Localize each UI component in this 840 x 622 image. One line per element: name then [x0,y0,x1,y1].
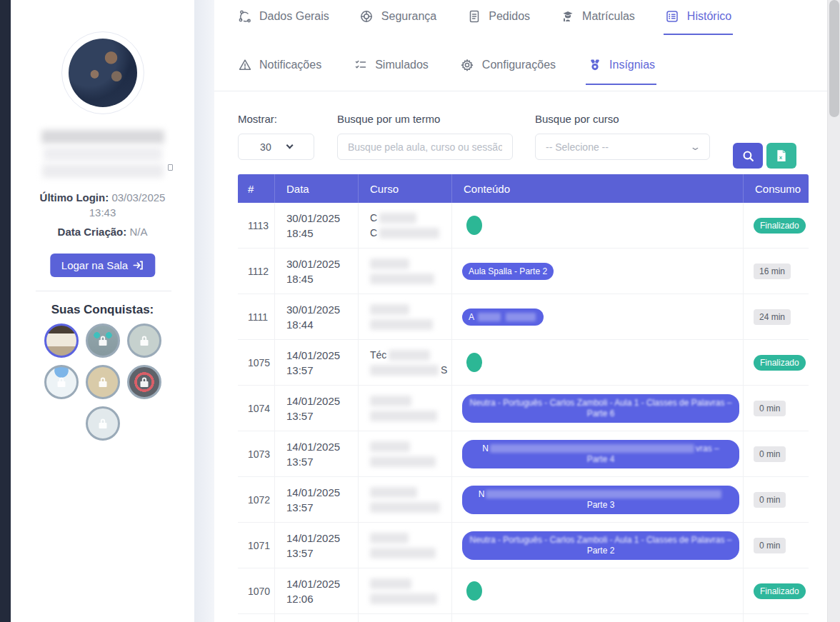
term-search-input[interactable] [337,134,513,160]
copy-icon[interactable] [168,164,173,171]
table-row[interactable]: 107414/01/202513:57Neutra - Português - … [238,386,809,431]
redacted-block [370,502,440,513]
table-row[interactable] [238,614,809,622]
export-excel-button[interactable]: x [766,143,796,169]
search-button[interactable] [733,143,763,169]
tab-notificacoes[interactable]: Notificações [237,57,321,85]
lesson-badge[interactable]: Nvras –Parte 4 [462,440,739,468]
cell-content: Aula Spalla - Parte 2 [452,249,744,294]
achievement-1[interactable] [44,323,79,358]
cell-content: Nvras –Parte 4 [452,431,744,476]
course-redacted-line [370,456,451,468]
lesson-badge[interactable]: Neutra - Português - Carlos Zamboli - Au… [462,394,739,423]
tab-seguranca[interactable]: Segurança [359,9,436,35]
completed-dot [466,216,482,235]
table-row[interactable]: 107214/01/202513:57NParte 30 min [238,477,809,523]
layout-gap [194,0,214,622]
course-select[interactable]: -- Selecione -- ⌄ [535,134,710,160]
table-row[interactable]: 107514/01/202513:57TécSFinalizado [238,340,809,386]
user-name-redacted [39,130,167,181]
tab-label: Segurança [381,10,436,23]
date-value: 30/01/2025 [286,211,358,226]
login-room-button[interactable]: Logar na Sala [50,254,155,277]
time-value: 13:57 [286,546,358,561]
tab-simulados[interactable]: Simulados [353,57,429,85]
page-scrollbar[interactable] [827,0,840,622]
time-value: 18:45 [286,271,358,286]
table-row[interactable]: 107114/01/202513:57Neutra - Português - … [238,523,809,568]
redacted-block [389,350,430,361]
tab-pedidos[interactable]: Pedidos [466,9,530,35]
achievement-5[interactable] [86,365,120,399]
search-icon [742,150,754,162]
lesson-badge-text: Neutra - Português - Carlos Zamboli - Au… [470,535,732,545]
redacted-info-line [44,147,162,161]
lock-icon [96,333,110,348]
lesson-badge-line2: Parte 3 [587,500,615,511]
lesson-badge[interactable]: Aula Spalla - Parte 2 [462,263,554,280]
course-redacted-line: S [370,364,451,376]
graduate-icon [560,9,575,24]
achievement-3[interactable] [127,323,161,358]
table-row[interactable]: 107314/01/202513:57Nvras –Parte 40 min [238,431,809,477]
lesson-badge-text: A [469,312,474,322]
achievement-2[interactable] [86,323,120,358]
lesson-badge[interactable]: Neutra - Português - Carlos Zamboli - Au… [462,531,739,560]
table-row[interactable]: 111130/01/202518:44A24 min [238,294,809,340]
column-header-curso: Curso [359,174,452,203]
date-value: 14/01/2025 [286,576,358,591]
redacted-block [370,259,409,269]
cell-date: 30/01/202518:44 [275,294,359,339]
lesson-badge[interactable]: NParte 3 [462,486,739,514]
creation-label: Data Criação: [58,226,127,238]
tab-configuracoes[interactable]: Configurações [460,57,556,85]
course-label: Busque por curso [535,113,619,125]
page-size-select[interactable]: 30 [238,134,314,160]
cell-consumption: 24 min [744,294,809,339]
redacted-block [370,411,437,421]
course-redacted-line [370,441,451,453]
share-nodes-icon [237,9,252,24]
tab-historico[interactable]: Histórico [665,9,731,35]
last-login-line: Último Login: 03/03/2025 [11,190,194,205]
lesson-badge-line1: Nvras – [482,443,719,454]
table-row[interactable]: 107014/01/202512:06Finalizado [238,568,809,614]
tab-matriculas[interactable]: Matrículas [560,9,635,35]
lesson-badge[interactable]: A [462,309,544,326]
cell-content: A [452,294,744,339]
lesson-badge-line2: Parte 4 [587,454,615,465]
cell-consumption: Finalizado [744,568,809,613]
app-nav-strip [0,0,11,622]
cell-date: 30/01/202518:45 [275,203,359,248]
achievement-7[interactable] [86,406,120,441]
tab-label: Pedidos [489,10,530,23]
completed-dot [466,581,482,601]
course-redacted-line [370,547,451,559]
cell-id: 1070 [238,568,275,613]
cell-course [359,386,452,431]
cell-date: 14/01/202513:57 [275,431,359,476]
cell-id: 1072 [238,477,275,522]
creation-value: N/A [129,226,147,238]
status-badge: Finalizado [754,218,806,234]
tab-dados-gerais[interactable]: Dados Gerais [237,9,329,35]
profile-sidebar: Último Login: 03/03/2025 13:43 Data Cria… [11,0,194,622]
course-redacted-line [370,395,451,407]
cell-course: TécS [359,340,452,385]
redacted-block [370,533,409,543]
chevron-down-icon [286,142,293,149]
cell-content [452,614,744,622]
primary-tabs: Dados GeraisSegurançaPedidosMatrículasHi… [237,9,731,35]
achievement-4[interactable] [44,365,79,399]
time-value: 18:45 [286,226,358,241]
table-row[interactable]: 111230/01/202518:45Aula Spalla - Parte 2… [238,249,809,294]
lesson-badge-line1: Neutra - Português - Carlos Zamboli - Au… [470,535,732,546]
table-row[interactable]: 111330/01/202518:45CCFinalizado [238,203,809,249]
redacted-email-line [42,164,164,178]
course-redacted-line [370,304,451,316]
cell-id [238,614,275,622]
scrollbar-thumb[interactable] [829,0,839,117]
achievement-6[interactable] [127,365,161,399]
tab-insignias[interactable]: Insígnias [587,57,655,85]
cell-course [359,614,452,622]
